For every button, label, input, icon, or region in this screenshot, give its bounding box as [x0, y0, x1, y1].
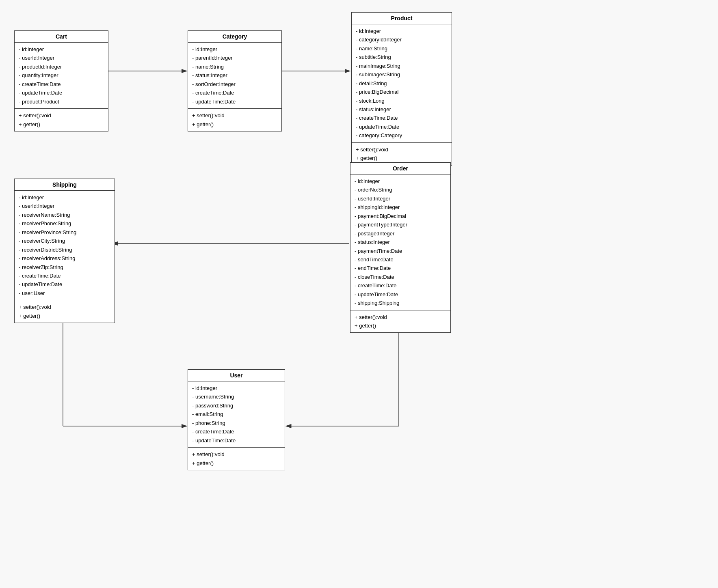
user-method-1: + getter()	[192, 459, 281, 467]
product-attr-1: - categoryId:Integer	[356, 35, 448, 44]
product-attr-11: - updateTime:Date	[356, 123, 448, 131]
shipping-attr-9: - createTime:Date	[19, 271, 110, 280]
cart-attr-2: - productId:Integer	[19, 62, 104, 71]
cart-title: Cart	[15, 31, 108, 43]
shipping-method-1: + getter()	[19, 312, 110, 320]
product-method-0: + setter():void	[356, 145, 448, 154]
category-attr-3: - status:Integer	[192, 71, 277, 80]
category-attr-5: - createTime:Date	[192, 88, 277, 97]
shipping-attr-7: - receiverAddress:String	[19, 254, 110, 263]
order-attr-3: - shippingId:Integer	[355, 203, 446, 211]
user-attr-1: - username:String	[192, 392, 281, 401]
user-class: User - id:Integer - username:String - pa…	[188, 369, 285, 470]
order-attr-0: - id:Integer	[355, 177, 446, 185]
order-attr-13: - updateTime:Date	[355, 290, 446, 299]
order-attr-4: - payment:BigDecimal	[355, 212, 446, 220]
order-attr-5: - paymentType:Integer	[355, 220, 446, 229]
cart-attr-0: - id:Integer	[19, 45, 104, 54]
product-attr-10: - createTime:Date	[356, 114, 448, 122]
category-method-1: + getter()	[192, 120, 277, 129]
product-method-1: + getter()	[356, 154, 448, 162]
product-attr-6: - detail:String	[356, 79, 448, 88]
order-title: Order	[350, 163, 450, 174]
shipping-attr-4: - receiverProvince:String	[19, 228, 110, 237]
product-attr-9: - status:Integer	[356, 105, 448, 114]
cart-attr-3: - quantity:Integer	[19, 71, 104, 80]
user-attr-2: - password:String	[192, 401, 281, 410]
cart-class: Cart - id:Integer - userId:Integer - pro…	[14, 30, 108, 131]
order-method-1: + getter()	[355, 321, 446, 330]
category-method-0: + setter():void	[192, 111, 277, 120]
user-title: User	[188, 370, 285, 381]
product-attr-5: - subImages:String	[356, 70, 448, 79]
order-attr-11: - closeTime:Date	[355, 273, 446, 281]
cart-attr-4: - createTime:Date	[19, 80, 104, 88]
user-attr-6: - updateTime:Date	[192, 436, 281, 445]
cart-attrs: - id:Integer - userId:Integer - productI…	[15, 43, 108, 109]
shipping-attr-5: - receiverCity:String	[19, 237, 110, 245]
product-methods: + setter():void + getter()	[352, 143, 452, 165]
cart-method-1: + getter()	[19, 120, 104, 129]
order-methods: + setter():void + getter()	[350, 310, 450, 333]
category-attr-0: - id:Integer	[192, 45, 277, 54]
user-attr-4: - phone:String	[192, 419, 281, 427]
category-methods: + setter():void + getter()	[188, 109, 281, 131]
user-attrs: - id:Integer - username:String - passwor…	[188, 381, 285, 448]
product-attr-7: - price:BigDecimal	[356, 88, 448, 96]
shipping-attr-10: - updateTime:Date	[19, 280, 110, 289]
user-method-0: + setter():void	[192, 450, 281, 459]
diagram-container: Cart - id:Integer - userId:Integer - pro…	[0, 0, 718, 588]
category-class: Category - id:Integer - parentId:Integer…	[188, 30, 282, 131]
shipping-methods: + setter():void + getter()	[15, 300, 115, 323]
category-attrs: - id:Integer - parentId:Integer - name:S…	[188, 43, 281, 109]
cart-attr-5: - updateTime:Date	[19, 88, 104, 97]
order-attr-12: - createTime:Date	[355, 281, 446, 290]
order-attr-10: - endTime:Date	[355, 264, 446, 272]
order-attr-7: - status:Integer	[355, 238, 446, 246]
product-title: Product	[352, 13, 452, 24]
shipping-class: Shipping - id:Integer - userId:Integer -…	[14, 179, 115, 323]
product-attr-4: - mainImage:String	[356, 62, 448, 70]
category-attr-2: - name:String	[192, 62, 277, 71]
order-method-0: + setter():void	[355, 313, 446, 321]
order-attr-8: - paymentTime:Date	[355, 247, 446, 255]
user-methods: + setter():void + getter()	[188, 448, 285, 470]
shipping-attr-0: - id:Integer	[19, 193, 110, 202]
shipping-attr-11: - user:User	[19, 289, 110, 297]
cart-attr-6: - product:Product	[19, 97, 104, 106]
shipping-attrs: - id:Integer - userId:Integer - receiver…	[15, 191, 115, 300]
cart-method-0: + setter():void	[19, 111, 104, 120]
category-title: Category	[188, 31, 281, 43]
product-attr-0: - id:Integer	[356, 27, 448, 35]
order-attr-9: - sendTime:Date	[355, 255, 446, 264]
shipping-attr-2: - receiverName:String	[19, 211, 110, 219]
shipping-method-0: + setter():void	[19, 303, 110, 311]
order-attr-14: - shipping:Shipping	[355, 299, 446, 307]
category-attr-6: - updateTime:Date	[192, 97, 277, 106]
product-attr-3: - subtitle:String	[356, 53, 448, 61]
cart-attr-1: - userId:Integer	[19, 54, 104, 62]
product-attr-12: - category:Category	[356, 131, 448, 140]
user-attr-0: - id:Integer	[192, 384, 281, 392]
user-attr-3: - email:String	[192, 410, 281, 418]
order-attr-1: - orderNo:String	[355, 185, 446, 194]
order-class: Order - id:Integer - orderNo:String - us…	[350, 162, 451, 333]
shipping-title: Shipping	[15, 179, 115, 191]
shipping-attr-1: - userId:Integer	[19, 202, 110, 210]
shipping-attr-6: - receiverDistrict:String	[19, 246, 110, 254]
cart-methods: + setter():void + getter()	[15, 109, 108, 131]
category-attr-1: - parentId:Integer	[192, 54, 277, 62]
order-attrs: - id:Integer - orderNo:String - userId:I…	[350, 174, 450, 310]
order-attr-2: - userId:Integer	[355, 194, 446, 203]
product-attrs: - id:Integer - categoryId:Integer - name…	[352, 24, 452, 143]
product-class: Product - id:Integer - categoryId:Intege…	[351, 12, 452, 166]
product-attr-8: - stock:Long	[356, 97, 448, 105]
category-attr-4: - sortOrder:Integer	[192, 80, 277, 88]
product-attr-2: - name:String	[356, 44, 448, 53]
order-attr-6: - postage:Integer	[355, 229, 446, 238]
shipping-attr-3: - receiverPhone:String	[19, 219, 110, 228]
user-attr-5: - createTime:Date	[192, 427, 281, 436]
shipping-attr-8: - receiverZip:String	[19, 263, 110, 271]
